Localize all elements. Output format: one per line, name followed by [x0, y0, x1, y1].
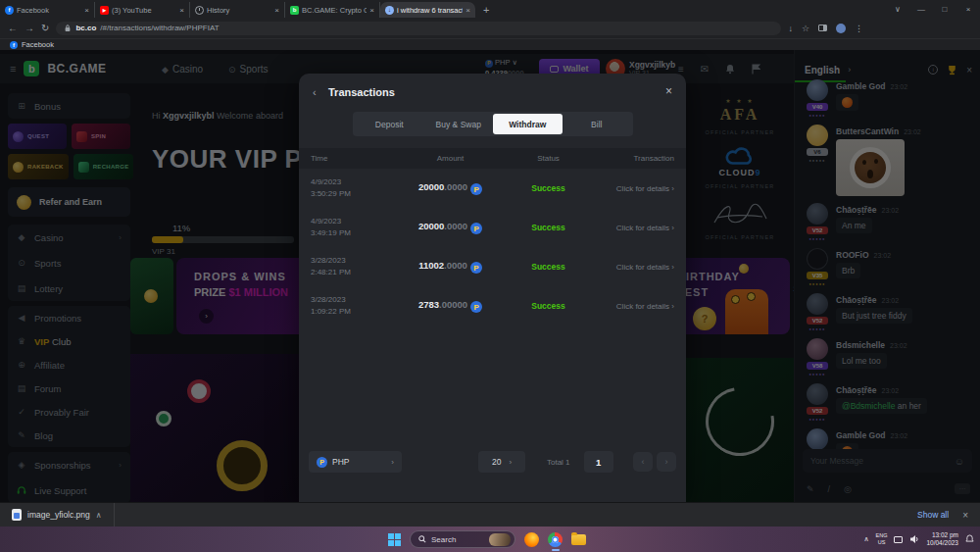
- tx-amount-decimals: .0000: [444, 221, 467, 231]
- tx-amount: 20000: [418, 181, 444, 192]
- transaction-tabs: Deposit Buy & Swap Withdraw Bill: [353, 112, 633, 136]
- download-menu-chevron-icon[interactable]: ∧: [96, 511, 102, 520]
- search-highlight-image: [489, 533, 511, 546]
- youtube-icon: ▶: [100, 6, 109, 15]
- language-indicator[interactable]: ENGUS: [876, 532, 888, 545]
- tab-withdraw-doc[interactable]: ↓ i withdraw 6 transaction 3 of the ×: [380, 2, 475, 18]
- close-tab-icon[interactable]: ×: [369, 6, 374, 15]
- current-page-box[interactable]: 1: [584, 451, 613, 473]
- window-controls: ∨ — □ ×: [886, 0, 980, 18]
- tab-search-chevron-icon[interactable]: ∨: [886, 5, 909, 14]
- tab-label: BC.GAME: Crypto Casino Games: [302, 6, 367, 15]
- history-clock-icon: [195, 6, 204, 15]
- modal-footer: P PHP › 20 › Total 1 1 ‹ ›: [309, 449, 676, 475]
- tab-history[interactable]: History ×: [190, 2, 285, 18]
- tab-label: (3) YouTube: [112, 6, 176, 15]
- modal-close-icon[interactable]: ×: [665, 84, 672, 98]
- chevron-right-icon: ›: [671, 302, 674, 311]
- tx-time: 3:49:19 PM: [311, 227, 399, 239]
- chrome-taskbar-item[interactable]: [548, 527, 563, 552]
- browser-menu-icon[interactable]: ⋮: [855, 24, 863, 33]
- table-row: 4/9/20233:49:19 PM 20000.0000P Success C…: [299, 208, 686, 247]
- new-tab-button[interactable]: +: [475, 2, 497, 18]
- side-panel-icon[interactable]: [818, 25, 827, 31]
- php-coin-icon: P: [470, 301, 482, 313]
- minimize-icon[interactable]: —: [909, 5, 933, 14]
- tab-bill[interactable]: Bill: [563, 114, 632, 134]
- tx-amount: 2783: [418, 299, 439, 310]
- tx-status: Success: [502, 183, 595, 193]
- tab-buy-swap[interactable]: Buy & Swap: [424, 114, 494, 134]
- screen: f Facebook × ▶ (3) YouTube × History × b…: [0, 0, 980, 552]
- tab-facebook[interactable]: f Facebook ×: [0, 2, 95, 18]
- currency-filter-dropdown[interactable]: P PHP ›: [309, 451, 402, 473]
- php-coin-icon: P: [470, 183, 482, 195]
- tx-details-link[interactable]: Click for details ›: [595, 184, 674, 193]
- firefox-icon[interactable]: [524, 532, 539, 547]
- bookmarks-bar: f Facebook: [0, 38, 980, 50]
- tx-date: 3/28/2023: [311, 294, 399, 306]
- lock-icon: [64, 24, 72, 32]
- profile-avatar[interactable]: [836, 24, 846, 33]
- prev-page-button[interactable]: ‹: [633, 452, 653, 472]
- modal-title: Transactions: [328, 86, 395, 98]
- table-row: 3/28/20232:48:21 PM 11002.0000P Success …: [299, 247, 686, 286]
- taskbar-clock[interactable]: 13:02 pm10/04/2023: [926, 531, 958, 548]
- tx-amount-decimals: .0000: [444, 260, 467, 271]
- maximize-icon[interactable]: □: [933, 5, 956, 14]
- file-explorer-icon[interactable]: [571, 534, 586, 545]
- close-tab-icon[interactable]: ×: [179, 6, 184, 15]
- next-page-button[interactable]: ›: [657, 452, 676, 472]
- show-all-downloads-link[interactable]: Show all: [917, 510, 949, 520]
- url-input[interactable]: bc.co/#/transactions/withdraw/PHPFIAT: [56, 22, 781, 35]
- browser-tab-strip: f Facebook × ▶ (3) YouTube × History × b…: [0, 0, 980, 18]
- url-host: bc.co: [75, 24, 96, 32]
- tab-bcgame[interactable]: b BC.GAME: Crypto Casino Games ×: [285, 2, 380, 18]
- modal-back-icon[interactable]: ‹: [313, 86, 317, 98]
- forward-icon[interactable]: →: [24, 23, 34, 33]
- close-tab-icon[interactable]: ×: [274, 6, 279, 15]
- download-item[interactable]: image_yfiolc.png ∧: [0, 503, 115, 527]
- tx-details-link[interactable]: Click for details ›: [595, 302, 674, 311]
- start-button-icon[interactable]: [388, 533, 401, 546]
- tx-details-link[interactable]: Click for details ›: [595, 263, 674, 272]
- bcgame-icon: b: [290, 6, 299, 15]
- reload-icon[interactable]: ↻: [41, 23, 49, 33]
- search-icon: [418, 535, 426, 543]
- tx-date: 4/9/2023: [311, 176, 399, 188]
- transaction-table: 4/9/20233:50:29 PM 20000.0000P Success C…: [299, 169, 686, 326]
- notification-bell-icon[interactable]: [965, 534, 974, 544]
- page-size-dropdown[interactable]: 20 ›: [478, 451, 525, 473]
- bookmark-facebook[interactable]: Facebook: [22, 40, 54, 49]
- facebook-icon: f: [10, 41, 18, 49]
- close-download-bar-icon[interactable]: ×: [962, 510, 968, 521]
- page-viewport: ≡ b BC.GAME ◆Casino ⊙Sports P PHP ∨ 0.42…: [0, 50, 980, 502]
- display-icon[interactable]: [894, 536, 903, 543]
- tab-withdraw[interactable]: Withdraw: [493, 114, 563, 134]
- image-file-icon: [12, 509, 22, 521]
- tab-label: i withdraw 6 transaction 3 of the: [397, 6, 463, 15]
- close-tab-icon[interactable]: ×: [84, 6, 89, 15]
- download-doc-icon: ↓: [385, 6, 394, 15]
- taskbar-search[interactable]: Search: [410, 530, 515, 548]
- tx-time: 2:48:21 PM: [311, 267, 399, 278]
- close-window-icon[interactable]: ×: [956, 5, 980, 14]
- tx-details-link[interactable]: Click for details ›: [595, 224, 674, 232]
- address-bar: ← → ↻ bc.co/#/transactions/withdraw/PHPF…: [0, 18, 980, 38]
- speaker-icon[interactable]: [909, 534, 919, 544]
- bookmark-star-icon[interactable]: ☆: [802, 24, 809, 33]
- tab-youtube[interactable]: ▶ (3) YouTube ×: [95, 2, 190, 18]
- back-icon[interactable]: ←: [8, 23, 18, 33]
- tx-date: 4/9/2023: [311, 216, 399, 227]
- tx-status: Success: [502, 301, 595, 311]
- tray-expand-icon[interactable]: ∧: [863, 535, 868, 543]
- search-label: Search: [431, 535, 484, 544]
- download-bar: image_yfiolc.png ∧ Show all ×: [0, 502, 980, 527]
- close-tab-icon[interactable]: ×: [466, 6, 470, 15]
- table-row: 4/9/20233:50:29 PM 20000.0000P Success C…: [299, 169, 686, 208]
- install-icon[interactable]: ↓: [788, 24, 793, 33]
- download-filename: image_yfiolc.png: [27, 510, 90, 520]
- tab-deposit[interactable]: Deposit: [355, 114, 424, 134]
- tx-amount: 11002: [418, 260, 444, 271]
- tab-label: Facebook: [17, 6, 81, 15]
